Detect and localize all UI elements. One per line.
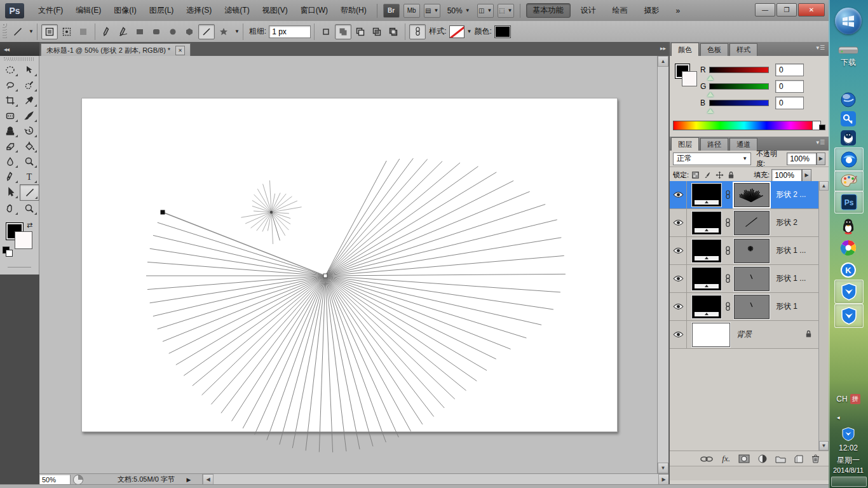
channel-slider-R[interactable] [709, 67, 769, 73]
menu-item-6[interactable]: 滤镜(T) [218, 0, 255, 21]
tray-time[interactable]: 12:02 [829, 444, 868, 452]
menu-item-7[interactable]: 视图(V) [256, 0, 294, 21]
blend-mode-select[interactable]: 正常▼ [673, 152, 751, 165]
penguin-dark-app[interactable] [834, 127, 862, 149]
view-extras-button[interactable]: ▤▼ [424, 4, 440, 18]
canvas[interactable] [81, 98, 618, 432]
swap-colors-icon[interactable]: ⇄ [27, 221, 32, 229]
custom-shape-button[interactable] [216, 25, 231, 39]
vector-mask-thumbnail[interactable] [734, 211, 770, 235]
brush-tool[interactable] [20, 108, 38, 123]
pc-manager-1[interactable] [834, 280, 864, 304]
quick-select-tool[interactable] [20, 78, 38, 93]
paint-app[interactable] [834, 170, 864, 192]
photoshop-app[interactable]: Ps [834, 191, 864, 214]
horizontal-scrollbar[interactable]: ◀ ▶ [202, 474, 669, 484]
workspace-2[interactable]: 绘画 [606, 4, 634, 17]
lock-all-icon[interactable] [728, 171, 735, 179]
close-button[interactable]: ✕ [798, 3, 825, 17]
slider-thumb[interactable] [707, 105, 714, 113]
tray-date[interactable]: 2014/8/11 [829, 466, 868, 474]
marquee-tool[interactable] [1, 62, 19, 78]
scroll-up-arrow[interactable]: ▲ [819, 181, 829, 191]
vector-mask-thumbnail[interactable] [734, 183, 770, 207]
eraser-tool[interactable] [1, 139, 19, 154]
opacity-field[interactable]: 100% [787, 152, 816, 165]
menu-item-9[interactable]: 帮助(H) [334, 0, 373, 21]
layer-visibility-toggle[interactable] [670, 321, 687, 348]
mini-bridge-button[interactable]: Mb [403, 4, 420, 18]
layers-tab-图层[interactable]: 图层 [671, 137, 699, 151]
screen-mode-button[interactable]: ⬚▼ [498, 4, 514, 18]
intersect-shape-button[interactable] [369, 25, 384, 39]
layer-row-1[interactable]: 形状 2 ... [670, 181, 829, 209]
fill-thumbnail[interactable] [692, 212, 721, 234]
desktop-shortcut-download[interactable]: 下载 [834, 42, 862, 68]
link-style-toggle[interactable] [409, 24, 426, 39]
layer-row-2[interactable]: 形状 2 [670, 209, 829, 237]
opacity-spinner[interactable]: ▶ [817, 152, 825, 165]
fill-thumbnail[interactable] [692, 240, 721, 262]
scroll-down-arrow[interactable]: ▼ [658, 463, 668, 473]
patch-tool[interactable] [1, 108, 19, 123]
scroll-down-arrow[interactable]: ▼ [819, 441, 829, 451]
clone-stamp-tool[interactable] [1, 123, 19, 139]
browser-app[interactable] [834, 147, 864, 172]
panel-background-swatch[interactable] [682, 71, 697, 86]
new-layer-button[interactable] [794, 455, 803, 463]
tray-shield[interactable] [834, 427, 862, 441]
zoom-tool[interactable] [20, 201, 38, 216]
spectrum-black-swatch[interactable] [819, 125, 825, 130]
freeform-pen-button[interactable] [116, 25, 131, 39]
adjustment-layer-button[interactable] [758, 454, 767, 463]
minimize-button[interactable]: — [755, 3, 775, 17]
workspace-3[interactable]: 摄影 [638, 4, 666, 17]
delete-layer-button[interactable] [811, 454, 820, 463]
background-color-swatch[interactable] [15, 231, 32, 249]
workspace-essentials[interactable]: 基本功能 [526, 3, 571, 18]
ellipse-tool-button[interactable] [165, 25, 180, 39]
menu-item-2[interactable]: 编辑(E) [69, 0, 107, 21]
vertical-scrollbar[interactable]: ▲ ▼ [657, 56, 668, 473]
ime-pinyin-badge[interactable]: 拼 [850, 394, 860, 404]
color-tab-色板[interactable]: 色板 [700, 43, 728, 56]
layer-style-button[interactable]: fx. [722, 454, 730, 464]
pc-manager-2[interactable] [834, 304, 864, 328]
blur-tool[interactable] [1, 154, 19, 169]
panel-menu-icon[interactable]: ▾☰ [816, 139, 825, 146]
layer-visibility-toggle[interactable] [670, 209, 687, 236]
vector-mask-thumbnail[interactable] [734, 239, 770, 263]
paths-mode-button[interactable] [59, 25, 74, 39]
tab-close-icon[interactable]: ✕ [175, 46, 185, 55]
start-button[interactable] [834, 8, 862, 34]
crop-tool[interactable] [1, 93, 19, 108]
history-brush-tool[interactable] [20, 123, 38, 139]
dodge-tool[interactable] [20, 154, 38, 169]
layer-visibility-toggle[interactable] [670, 265, 687, 292]
thunder-app[interactable] [834, 89, 862, 111]
layer-row-6[interactable]: 背景 [670, 321, 829, 349]
subtract-shape-button[interactable] [353, 25, 368, 39]
default-colors-icon[interactable] [3, 247, 11, 255]
layer-visibility-toggle[interactable] [670, 293, 687, 320]
layers-tab-通道[interactable]: 通道 [729, 138, 757, 151]
pen-tool[interactable] [1, 169, 19, 184]
type-tool[interactable]: T [20, 169, 38, 184]
channel-value-B[interactable]: 0 [775, 97, 804, 109]
tray-weekday[interactable]: 星期一 [829, 455, 868, 466]
fill-pixels-mode-button[interactable] [76, 25, 91, 39]
scroll-left-arrow[interactable]: ◀ [203, 474, 214, 485]
menu-item-5[interactable]: 选择(S) [180, 0, 218, 21]
channel-slider-B[interactable] [709, 100, 769, 106]
exclude-shape-button[interactable] [386, 25, 401, 39]
layer-visibility-toggle[interactable] [670, 237, 687, 264]
polygon-tool-button[interactable] [182, 25, 197, 39]
workspace-1[interactable]: 设计 [574, 4, 602, 17]
scroll-up-arrow[interactable]: ▲ [658, 56, 668, 67]
link-layers-button[interactable] [700, 456, 714, 463]
style-dropdown-arrow[interactable]: ▼ [467, 29, 472, 34]
tab-overflow-arrows[interactable]: ▸▸ [660, 45, 666, 51]
shape-layers-mode-button[interactable] [41, 24, 58, 39]
arrange-documents-button[interactable]: ◫▼ [477, 4, 494, 18]
menu-item-4[interactable]: 图层(L) [143, 0, 180, 21]
